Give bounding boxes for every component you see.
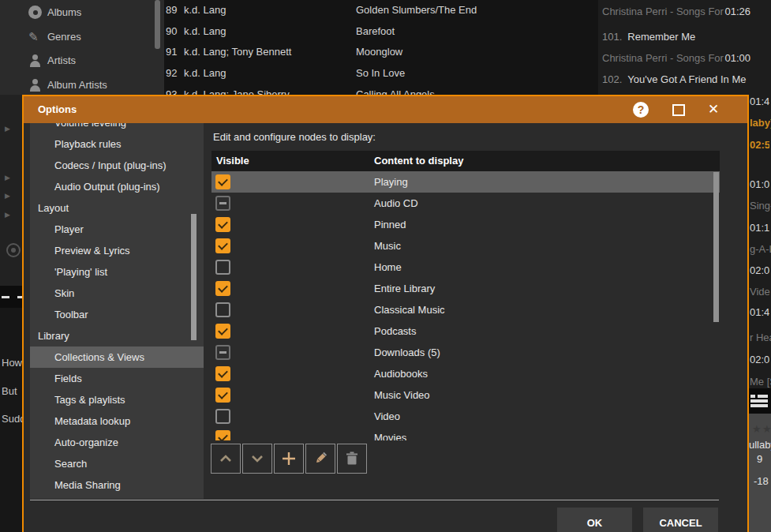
settings-nav-playing-list[interactable]: 'Playing' list (30, 261, 204, 283)
playlist-item[interactable]: Christina Perri - Songs For …01:26 (602, 4, 768, 20)
table-header: Visible Content to display (211, 151, 720, 171)
rating-star-icon[interactable]: ★ (762, 423, 771, 435)
visible-checkbox[interactable] (215, 238, 230, 253)
settings-nav-volume-leveling[interactable]: Volume leveling (30, 123, 204, 133)
playlist-fragment[interactable]: 02:51 (750, 139, 769, 152)
sidebar-item-album-artists[interactable]: Album Artists (0, 74, 164, 96)
playlist-fragment[interactable]: Me [S… (750, 376, 771, 388)
playlist-fragment[interactable]: laby) (750, 117, 771, 129)
settings-nav-toolbar[interactable]: Toolbar (30, 304, 204, 325)
close-icon[interactable]: ✕ (706, 102, 721, 118)
rating-star-icon[interactable]: ★ (752, 423, 762, 435)
ok-button[interactable]: OK (557, 508, 632, 532)
node-label: Entire Library (374, 278, 435, 299)
settings-nav-auto-organize[interactable]: Auto-organize (30, 432, 204, 453)
table-row[interactable]: Classical Music (211, 299, 720, 320)
table-row[interactable]: Audio CD (211, 193, 720, 214)
visible-checkbox[interactable] (215, 196, 230, 211)
help-icon[interactable]: ? (633, 102, 649, 118)
sidebar-item-artists[interactable]: Artists (0, 50, 164, 71)
settings-nav-metadata-lookup[interactable]: Metadata lookup (30, 410, 204, 432)
settings-nav-preview-lyrics[interactable]: Preview & Lyrics (30, 240, 204, 261)
playlist-item[interactable]: 101.Remember Me (602, 29, 768, 45)
settings-nav-library[interactable]: Library (30, 325, 204, 347)
settings-nav-codecs-input-plug-ins[interactable]: Codecs / Input (plug-ins) (30, 155, 204, 176)
track-row[interactable]: 89k.d. LangGolden Slumbers/The End (164, 0, 598, 21)
table-row[interactable]: Entire Library (211, 278, 720, 299)
settings-nav-collections-views[interactable]: Collections & Views (30, 347, 204, 368)
table-row[interactable]: Music (211, 235, 720, 257)
playlist-fragment[interactable]: g-A-Lo… (750, 243, 771, 256)
playlist-fragment[interactable]: 01:40 (750, 96, 769, 108)
queue-list-icon[interactable] (750, 395, 768, 407)
delete-button[interactable] (337, 444, 367, 474)
settings-nav-skin[interactable]: Skin (30, 283, 204, 304)
visible-checkbox[interactable] (215, 174, 230, 189)
playlist-fragment[interactable]: 01:05 (750, 178, 769, 191)
table-row[interactable]: Playing (211, 171, 720, 193)
playlist-fragment[interactable]: 02:05 (750, 354, 769, 366)
maximize-icon[interactable] (670, 102, 686, 118)
visible-checkbox[interactable] (215, 366, 230, 381)
settings-nav-tags-playlists[interactable]: Tags & playlists (30, 389, 204, 410)
track-row[interactable]: 92k.d. LangSo In Love (164, 63, 598, 84)
person-icon (28, 54, 42, 67)
move-up-button[interactable] (211, 444, 241, 474)
playlist-item[interactable]: 102.You've Got A Friend In Me (602, 72, 768, 88)
table-row[interactable]: Music Video (211, 384, 720, 406)
settings-nav-audio-output-plug-ins[interactable]: Audio Output (plug-ins) (30, 176, 204, 197)
sidebar-item-label: Albums (47, 2, 81, 23)
table-row[interactable]: Video (211, 406, 720, 427)
add-button[interactable] (274, 444, 304, 474)
tree-expand-icon[interactable]: ▶ (5, 192, 10, 200)
visible-checkbox[interactable] (215, 430, 230, 440)
visible-checkbox[interactable] (215, 281, 230, 296)
visible-checkbox[interactable] (215, 217, 230, 232)
playlist-item-title: You've Got A Friend In Me (627, 73, 746, 85)
table-row[interactable]: Audiobooks (211, 363, 720, 384)
settings-nav-media-sharing[interactable]: Media Sharing (30, 474, 204, 496)
visible-checkbox[interactable] (215, 324, 230, 339)
media-tree-scrollbar[interactable] (155, 0, 160, 49)
playlist-album-header: Christina Perri - Songs For … (602, 52, 737, 64)
settings-nav-scrollbar[interactable] (191, 214, 196, 340)
table-row[interactable]: Downloads (5) (211, 342, 720, 363)
track-artist: k.d. Lang (184, 63, 226, 84)
visible-checkbox[interactable] (215, 345, 230, 360)
visible-checkbox[interactable] (215, 388, 230, 403)
track-row[interactable]: 90k.d. LangBarefoot (164, 21, 598, 42)
move-down-button[interactable] (242, 444, 272, 474)
table-row[interactable]: Podcasts (211, 320, 720, 342)
tree-expand-icon[interactable]: ▶ (5, 174, 10, 182)
playlist-fragment[interactable]: 01:49 (750, 306, 769, 319)
settings-nav-layout[interactable]: Layout (30, 197, 204, 219)
cancel-button[interactable]: CANCEL (643, 508, 718, 532)
table-row[interactable]: Home (211, 257, 720, 278)
tree-expand-icon[interactable]: ▶ (5, 211, 10, 219)
playlist-fragment[interactable]: Vide … (750, 286, 771, 298)
visible-checkbox[interactable] (215, 260, 230, 275)
table-row[interactable]: Pinned (211, 214, 720, 235)
broadcast-icon (6, 243, 21, 257)
settings-nav-fields[interactable]: Fields (30, 368, 204, 389)
settings-nav-playback-rules[interactable]: Playback rules (30, 133, 204, 155)
visible-checkbox[interactable] (215, 409, 230, 424)
dialog-titlebar[interactable]: Options ? ✕ (24, 96, 747, 123)
playlist-fragment[interactable]: Sing-… (750, 200, 771, 212)
settings-nav-player[interactable]: Player (30, 219, 204, 240)
table-row[interactable]: Movies (211, 427, 720, 440)
playlist-fragment[interactable]: r Hea… (750, 332, 771, 344)
playlist-fragment[interactable]: 01:19 (750, 222, 769, 234)
settings-nav-search[interactable]: Search (30, 453, 204, 474)
sidebar-item-genres[interactable]: ✎Genres (0, 26, 164, 47)
track-artist: k.d. Lang (184, 21, 226, 42)
track-number: 89 (166, 0, 177, 21)
nodes-table-scrollbar[interactable] (713, 172, 719, 322)
tree-expand-icon[interactable]: ▶ (5, 125, 10, 133)
playlist-fragment[interactable]: 02:08 (750, 264, 769, 277)
track-row[interactable]: 91k.d. Lang; Tony BennettMoonglow (164, 42, 598, 62)
visible-checkbox[interactable] (215, 302, 230, 317)
playlist-item[interactable]: Christina Perri - Songs For …01:00 (602, 51, 768, 66)
edit-button[interactable] (305, 444, 335, 474)
sidebar-item-albums[interactable]: Albums (0, 2, 164, 23)
